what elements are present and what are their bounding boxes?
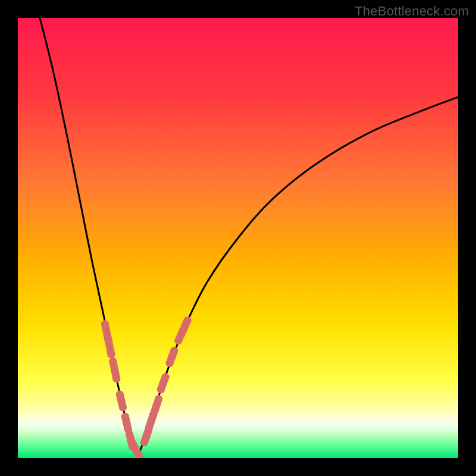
marker-dot: [159, 380, 167, 387]
marker-dot: [101, 320, 109, 328]
curve-left-arm: [40, 18, 134, 454]
curve-right-arm: [139, 97, 459, 453]
marker-dot: [143, 433, 151, 440]
chart-svg: [18, 18, 458, 458]
marker-dot: [168, 353, 176, 361]
marker-dot: [117, 397, 125, 405]
marker-dot: [153, 402, 161, 409]
marker-dot: [133, 447, 140, 455]
bottleneck-curve: [40, 18, 458, 455]
marker-dot: [108, 350, 115, 358]
marker-dot: [116, 391, 124, 399]
marker-dot: [121, 413, 129, 421]
marker-dot: [123, 419, 130, 427]
marker-dot: [148, 417, 155, 425]
marker-dot: [112, 375, 120, 383]
marker-clusters: [101, 317, 192, 458]
marker-dot: [184, 317, 192, 324]
marker-dot: [179, 327, 187, 334]
marker-dot: [109, 358, 117, 365]
marker-dot: [119, 403, 127, 411]
outer-frame: TheBottleneck.com: [0, 0, 476, 476]
plot-area: [18, 18, 458, 458]
marker-dot: [174, 337, 182, 345]
marker-dot: [127, 436, 134, 444]
marker-dot: [104, 336, 112, 343]
marker-dot: [111, 367, 118, 374]
watermark-text: TheBottleneck.com: [355, 4, 469, 19]
